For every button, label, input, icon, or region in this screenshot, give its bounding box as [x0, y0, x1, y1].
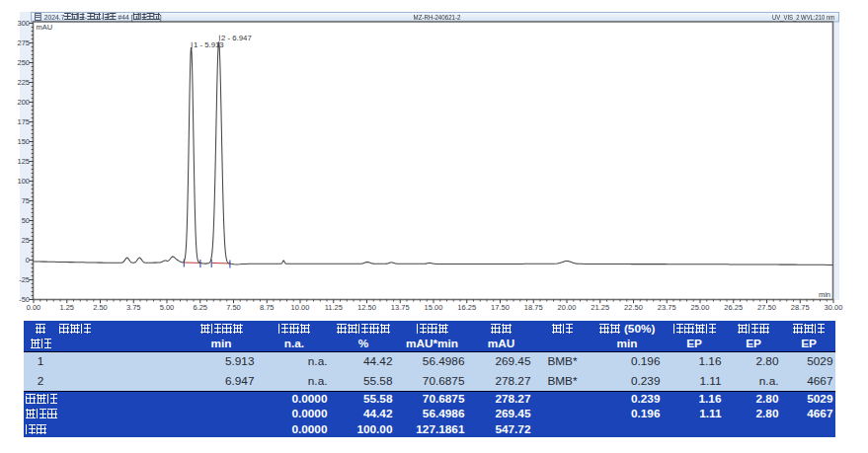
svg-text:225: 225: [17, 78, 30, 87]
svg-text:27.50: 27.50: [757, 303, 776, 312]
svg-text:300: 300: [17, 19, 30, 28]
svg-text:275: 275: [17, 38, 30, 47]
svg-text:150: 150: [17, 137, 30, 146]
svg-text:8.75: 8.75: [260, 303, 275, 312]
svg-text:10.00: 10.00: [291, 303, 310, 312]
svg-text:200: 200: [17, 98, 30, 107]
svg-text:min: min: [819, 290, 830, 299]
svg-text:5.00: 5.00: [160, 303, 175, 312]
svg-text:250: 250: [17, 58, 30, 67]
svg-text:17.50: 17.50: [491, 303, 510, 312]
svg-text:3.75: 3.75: [126, 303, 141, 312]
svg-text:50: 50: [22, 216, 30, 225]
svg-text:mAU: mAU: [37, 23, 53, 32]
svg-text:21.25: 21.25: [591, 303, 609, 312]
svg-text:2 - 6.947: 2 - 6.947: [221, 34, 252, 42]
svg-text:20.00: 20.00: [558, 303, 577, 312]
svg-text:25: 25: [22, 236, 30, 245]
svg-text:30.00: 30.00: [825, 303, 843, 312]
svg-text:100: 100: [17, 177, 30, 186]
svg-text:16.25: 16.25: [457, 303, 476, 312]
svg-text:6.25: 6.25: [193, 303, 207, 312]
svg-text:12.50: 12.50: [357, 303, 376, 312]
svg-text:0: 0: [26, 256, 30, 264]
svg-text:26.25: 26.25: [724, 303, 743, 312]
svg-text:175: 175: [17, 117, 30, 126]
svg-text:11.25: 11.25: [325, 303, 343, 312]
svg-text:125: 125: [17, 157, 30, 166]
svg-text:1 - 5.913: 1 - 5.913: [194, 40, 224, 49]
svg-text:1.25: 1.25: [59, 303, 74, 312]
svg-text:18.75: 18.75: [524, 303, 543, 312]
svg-text:23.75: 23.75: [658, 303, 676, 312]
svg-text:7.50: 7.50: [226, 303, 241, 312]
svg-text:2.50: 2.50: [93, 303, 108, 312]
svg-text:25.00: 25.00: [691, 303, 710, 312]
svg-text:22.50: 22.50: [624, 303, 643, 312]
svg-text:75: 75: [22, 196, 30, 205]
svg-text:-25: -25: [19, 275, 30, 284]
svg-text:28.75: 28.75: [791, 303, 810, 312]
svg-text:0.00: 0.00: [27, 303, 41, 312]
svg-text:15.00: 15.00: [425, 303, 443, 312]
svg-text:13.75: 13.75: [391, 303, 410, 312]
